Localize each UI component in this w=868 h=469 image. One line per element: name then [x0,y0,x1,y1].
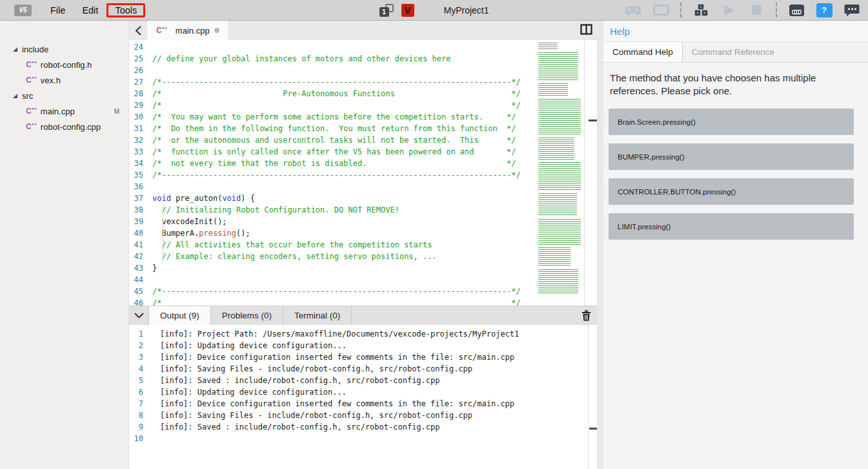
code-line-30[interactable]: 30/* You may want to perform some action… [129,111,597,123]
help-panel: Help Command HelpCommand Reference The m… [603,21,868,469]
output-scrollbar[interactable] [588,325,597,469]
output-line-6: 6[info]: Updating device configuration..… [129,386,597,398]
code-line-41[interactable]: 41 // All activities that occur before t… [129,239,597,251]
editor-scrollbar[interactable] [584,40,597,306]
code-text: // define your global instances of motor… [152,53,450,65]
help-tab-command-help[interactable]: Command Help [603,42,683,62]
help-icon[interactable]: ? [816,3,833,18]
code-text: /* Pre-Autonomous Functions */ [152,88,521,99]
line-number: 44 [129,274,152,286]
menu-bar: V5 FileEditTools 1 V MyProject1 ? [0,0,868,21]
output-text: [info]: Device configuration inserted fe… [152,351,514,363]
download-icon[interactable] [692,3,709,18]
output-line-10: 10 [129,433,597,444]
line-number: 36 [129,181,152,193]
console-tab-terminal[interactable]: Terminal (0) [283,306,352,326]
code-line-37[interactable]: 37void pre_auton(void) { [129,193,597,204]
code-line-31[interactable]: 31/* Do them in the following function. … [129,123,597,134]
menu-item-edit[interactable]: Edit [74,3,106,17]
file-tree: ◢includeC++robot-config.hC++vex.h◢srcC++… [0,41,128,134]
controller-icon[interactable] [625,3,641,18]
back-button[interactable] [129,26,147,36]
line-number: 10 [129,433,152,444]
code-line-39[interactable]: 39 vexcodeInit(); [129,216,597,227]
code-line-32[interactable]: 32/* or the autonomous and usercontrol t… [129,134,597,146]
scroll-marker [589,120,597,121]
code-text: /* Do them in the following function. Yo… [152,123,516,134]
code-line-24[interactable]: 24 [129,41,597,53]
code-line-43[interactable]: 43} [129,262,597,274]
line-number: 8 [129,410,152,421]
tree-folder-src[interactable]: ◢src [0,88,128,103]
chevron-down-icon [134,313,144,318]
help-option-3[interactable]: LIMIT.pressing() [609,213,854,240]
stop-icon[interactable] [748,3,765,18]
file-explorer-sidebar: ◢includeC++robot-config.hC++vex.h◢srcC++… [0,21,129,469]
code-line-40[interactable]: 40 BumperA.pressing(); [129,227,597,239]
code-line-42[interactable]: 42 // Example: clearing encoders, settin… [129,251,597,262]
editor-tab-bar: C++ main.cpp [129,21,597,40]
menu-item-file[interactable]: File [42,3,74,17]
line-number: 26 [129,65,152,76]
output-console[interactable]: 1[info]: Project Path: /Users/maxoffline… [129,325,597,469]
code-line-44[interactable]: 44 [129,274,597,286]
tree-file-main.cpp[interactable]: C++main.cppM [0,103,128,119]
minimap[interactable] [537,41,584,300]
code-line-45[interactable]: 45/*------------------------------------… [129,286,597,297]
help-title: Help [610,26,630,37]
tree-file-robot-config.cpp[interactable]: C++robot-config.cpp [0,119,128,134]
console-tab-problems[interactable]: Problems (0) [211,306,283,326]
help-tab-bar: Command HelpCommand Reference [603,42,868,63]
code-text: void pre_auton(void) { [152,193,255,204]
code-line-38[interactable]: 38 // Initializing Robot Configuration. … [129,204,597,216]
line-number: 31 [129,123,152,134]
code-line-29[interactable]: 29/* */ [129,99,597,111]
help-option-0[interactable]: Brain.Screen.pressing() [609,109,854,135]
line-number: 37 [129,193,152,204]
output-line-2: 2[info]: Updating device configuration..… [129,340,597,351]
code-line-28[interactable]: 28/* Pre-Autonomous Functions */ [129,88,597,99]
tree-folder-include[interactable]: ◢include [0,41,128,57]
editor-tab-main-cpp[interactable]: C++ main.cpp [147,21,229,40]
code-editor[interactable]: 2425// define your global instances of m… [129,40,597,306]
menu-item-tools[interactable]: Tools [106,3,145,17]
output-line-3: 3[info]: Device configuration inserted f… [129,351,597,363]
code-line-33[interactable]: 33/* function is only called once after … [129,146,597,158]
code-text: /* */ [152,297,521,306]
line-number: 43 [129,262,152,274]
code-line-26[interactable]: 26 [129,65,597,76]
code-line-25[interactable]: 25// define your global instances of mot… [129,53,597,65]
disclosure-triangle-icon[interactable]: ◢ [13,46,17,52]
tree-file-vex.h[interactable]: C++vex.h [0,72,128,88]
code-text: // Example: clearing encoders, setting s… [152,251,437,262]
code-line-36[interactable]: 36 [129,181,597,193]
output-line-4: 4[info]: Saving Files - include/robot-co… [129,363,597,375]
help-tab-command-reference[interactable]: Command Reference [683,42,783,62]
line-number: 40 [129,227,152,239]
slot-1-icon[interactable]: 1 [379,4,393,17]
clear-output-button[interactable] [581,310,591,321]
brain-screen-icon[interactable] [652,3,669,18]
console-tab-output[interactable]: Output (9) [148,306,211,326]
help-option-2[interactable]: CONTROLLER.BUTTON.pressing() [609,178,854,205]
output-text: [info]: Saving Files - include/robot-con… [152,410,472,421]
code-line-46[interactable]: 46/* */ [129,297,597,306]
line-number: 27 [129,76,152,88]
split-view-button[interactable] [580,24,592,37]
brain-icon[interactable] [788,3,805,18]
code-line-35[interactable]: 35/*------------------------------------… [129,169,597,181]
code-line-34[interactable]: 34/* not every time that the robot is di… [129,158,597,169]
play-icon[interactable] [720,3,737,18]
scroll-marker [589,428,597,430]
line-number: 46 [129,297,152,306]
feedback-icon[interactable] [843,3,860,18]
line-number: 42 [129,251,152,262]
disclosure-triangle-icon[interactable]: ◢ [13,92,17,99]
code-line-27[interactable]: 27/*------------------------------------… [129,76,597,88]
line-number: 29 [129,99,152,111]
output-text: [info]: Saved : include/robot-config.h, … [152,421,439,433]
collapse-panel-button[interactable] [129,313,148,318]
help-option-1[interactable]: BUMPER.pressing() [609,143,854,170]
line-number: 41 [129,239,152,251]
tree-file-robot-config.h[interactable]: C++robot-config.h [0,57,128,72]
